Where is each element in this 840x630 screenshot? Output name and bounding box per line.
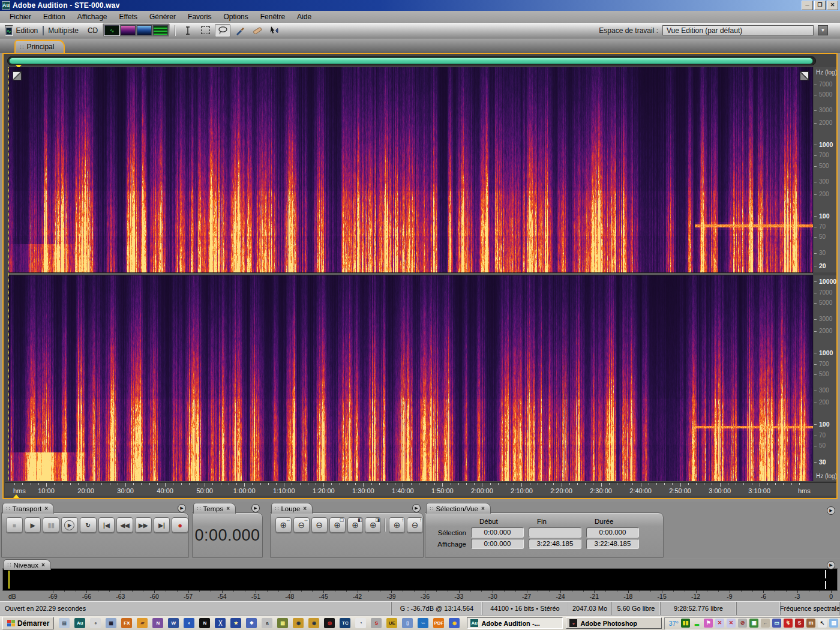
zoom-out-horizontal-button[interactable]: ⊖↔ [293, 517, 310, 533]
fast-forward-button[interactable]: ▶▶ [135, 517, 152, 533]
selection-vue-tab[interactable]: ∷ Sélection/Vue × [426, 503, 491, 514]
task-button-audition[interactable]: Au Adobe Audition -... [467, 617, 563, 629]
quicklaunch-ribbon-icon[interactable]: ❖ [246, 618, 257, 628]
play-from-cursor-button[interactable]: ▶ [61, 517, 78, 533]
workspace-dropdown-arrow[interactable]: ▼ [818, 25, 828, 35]
tray-display-icon[interactable]: ▭ [772, 619, 781, 628]
playhead-bottom-marker[interactable] [13, 494, 19, 498]
spectral-display-button[interactable] [121, 25, 136, 35]
menu-fichier[interactable]: Fichier [4, 11, 37, 22]
transport-tab[interactable]: ∷ Transport × [2, 503, 54, 514]
quicklaunch-tc-icon[interactable]: TC [340, 618, 350, 628]
quicklaunch-paint-icon[interactable]: ▨ [277, 618, 288, 628]
spectrogram-left-channel[interactable] [8, 67, 813, 272]
frequency-axis-bottom[interactable]: 1000070005000300020001000700500300200100… [814, 275, 836, 481]
tray-pause-meter-icon[interactable]: ▮▮ [681, 619, 690, 628]
tray-network-disabled-1-icon[interactable]: ✕ [715, 619, 724, 628]
spectrogram-area[interactable] [8, 67, 813, 481]
sel-field-selection-2[interactable]: 0:00.000 [586, 527, 639, 538]
temps-tab[interactable]: ∷ Temps × [193, 503, 236, 514]
quicklaunch-keyboard-icon[interactable]: ▤ [59, 618, 70, 628]
tray-flag-icon[interactable]: ⚑ [704, 619, 713, 628]
tray-document-icon[interactable]: ▤ [829, 619, 838, 628]
maximize-button[interactable]: ❐ [814, 1, 826, 10]
loupe-menu-button[interactable]: ▶ [412, 504, 421, 512]
quicklaunch-compass-icon[interactable]: ◔ [355, 618, 366, 628]
quicklaunch-fx-icon[interactable]: FX [121, 618, 132, 628]
quicklaunch-pdf-icon[interactable]: PDF [433, 618, 444, 628]
quicklaunch-gray-sphere-icon[interactable]: ● [90, 618, 101, 628]
sel-field-affichage-1[interactable]: 3:22:48.185 [529, 539, 581, 549]
tray-cursor-icon[interactable]: ↖ [818, 619, 827, 628]
sel-field-affichage-0[interactable]: 0:00.000 [471, 539, 524, 549]
tab-principal[interactable]: ∷ Principal [14, 40, 65, 53]
transport-menu-button[interactable]: ▶ [178, 504, 186, 512]
time-selection-tool[interactable] [180, 24, 196, 37]
lasso-selection-tool[interactable] [215, 24, 230, 37]
quicklaunch-netscape-icon[interactable]: N [199, 618, 210, 628]
zoom-out-vertical-button[interactable]: ⊖↕ [407, 517, 423, 533]
tray-minimized-dash-icon[interactable]: ▂ [692, 619, 701, 628]
zoom-to-selection-button[interactable]: ⊕▢ [329, 517, 346, 533]
zoom-out-full-button[interactable]: ⊖ [311, 517, 328, 533]
go-to-end-button[interactable]: ▶| [154, 517, 170, 533]
marquee-selection-tool[interactable] [197, 24, 213, 37]
frequency-axis-top[interactable]: 7000500030002000100070050030020010070503… [814, 67, 836, 272]
dock-area-menu-button[interactable]: ▶ [827, 506, 835, 515]
menu-options[interactable]: Options [217, 11, 254, 22]
sel-field-affichage-2[interactable]: 3:22:48.185 [586, 539, 639, 549]
quicklaunch-audition-icon[interactable]: Au [74, 618, 85, 628]
edition-view-button[interactable]: ∿ Edition [5, 25, 38, 36]
niveaux-menu-button[interactable]: ▶ [827, 561, 835, 569]
menu-edition[interactable]: Edition [37, 11, 71, 22]
close-button[interactable]: ✕ [827, 1, 838, 10]
menu-effets[interactable]: Effets [113, 11, 143, 22]
quicklaunch-orange-folder-icon[interactable]: ▰ [137, 618, 148, 628]
quicklaunch-pda-icon[interactable]: ▯ [402, 618, 413, 628]
play-button[interactable]: ▶ [25, 517, 41, 533]
niveaux-tab[interactable]: ∷ Niveaux × [4, 559, 51, 570]
pan-handle-right-icon[interactable] [800, 71, 809, 80]
quicklaunch-ultraedit-icon[interactable]: UE [386, 618, 397, 628]
niveaux-close-icon[interactable]: × [41, 562, 45, 568]
quicklaunch-camera-icon[interactable]: ◎ [324, 618, 335, 628]
zoom-in-vertical-button[interactable]: ⊕↕ [389, 517, 405, 533]
temps-close-icon[interactable]: × [226, 505, 230, 512]
quicklaunch-calculator-icon[interactable]: ▦ [106, 618, 116, 628]
multipiste-view-button[interactable]: Multipiste [41, 25, 79, 36]
tray-blocked-icon[interactable]: ⊘ [738, 619, 747, 628]
tray-lightning-icon[interactable]: ↯ [784, 619, 793, 628]
quicklaunch-spark-icon[interactable]: ★ [230, 618, 241, 628]
pan-handle-left-icon[interactable] [13, 71, 22, 80]
loupe-tab[interactable]: ∷ Loupe × [271, 503, 313, 514]
horizontal-scrollbar[interactable] [7, 56, 816, 65]
quicklaunch-word-icon[interactable]: W [168, 618, 179, 628]
quicklaunch-wand-icon[interactable]: ╳ [215, 618, 226, 628]
loop-play-button[interactable]: ↻ [80, 517, 97, 533]
cd-view-button[interactable]: CD [82, 26, 98, 35]
menu-favoris[interactable]: Favoris [182, 11, 217, 22]
scrollbar-thumb[interactable] [9, 58, 813, 64]
quicklaunch-media-player-icon[interactable]: ◉ [449, 618, 460, 628]
quicklaunch-globe-2-icon[interactable]: ◉ [308, 618, 319, 628]
zoom-in-horizontal-button[interactable]: ⊕↔ [275, 517, 292, 533]
sel-field-selection-0[interactable]: 0:00.000 [471, 527, 524, 538]
menu-fenetre[interactable]: Fenêtre [254, 11, 291, 22]
quicklaunch-onenote-icon[interactable]: N [152, 618, 163, 628]
loupe-close-icon[interactable]: × [303, 505, 307, 512]
temps-menu-button[interactable]: ▶ [251, 504, 260, 512]
zoom-selection-right-edge-button[interactable]: ⊕◨ [365, 517, 381, 533]
quicklaunch-planet-icon[interactable]: ◐ [184, 618, 194, 628]
menu-generer[interactable]: Générer [143, 11, 182, 22]
start-button[interactable]: Démarrer [2, 617, 54, 629]
stop-button[interactable]: ■ [6, 517, 23, 533]
pause-button[interactable]: ▮▮ [43, 517, 59, 533]
minimize-button[interactable]: ─ [802, 1, 813, 10]
record-button[interactable]: ● [172, 517, 188, 533]
playhead-cursor[interactable] [8, 67, 9, 481]
rewind-button[interactable]: ◀◀ [116, 517, 133, 533]
quicklaunch-globe-1-icon[interactable]: ◉ [293, 618, 304, 628]
go-to-start-button[interactable]: |◀ [98, 517, 115, 533]
spectral-phase-display-button[interactable] [153, 25, 168, 35]
menu-affichage[interactable]: Affichage [71, 11, 113, 22]
